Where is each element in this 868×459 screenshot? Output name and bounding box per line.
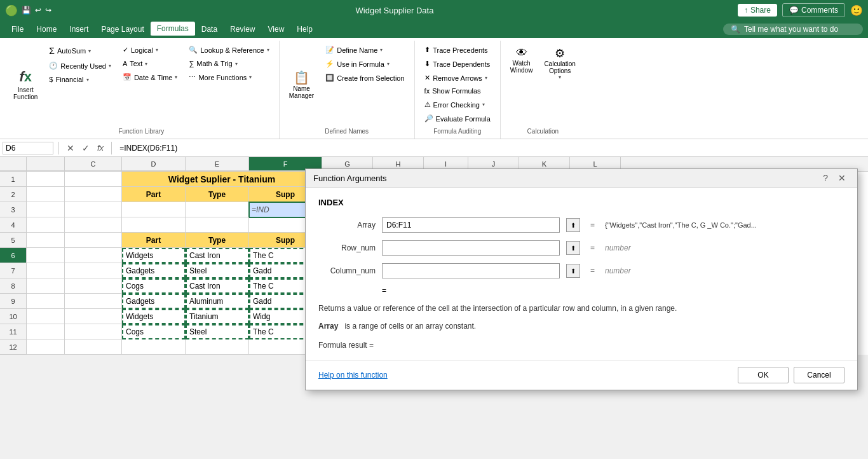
watch-window-button[interactable]: 👁 Watch Window [506, 43, 538, 83]
col-header-c[interactable]: C [65, 157, 122, 171]
financial-button[interactable]: $ Financial ▾ [44, 73, 116, 86]
more-functions-button[interactable]: ⋯ More Functions ▾ [184, 71, 273, 84]
cell-e7[interactable]: Steel [186, 263, 249, 278]
cell-b3[interactable] [27, 202, 65, 217]
rownum-collapse-button[interactable]: ⬆ [566, 241, 580, 255]
cell-b2[interactable] [27, 187, 65, 202]
share-button[interactable]: ↑ Share [738, 4, 777, 17]
quick-access-redo[interactable]: ↪ [45, 6, 51, 15]
search-bar[interactable]: 🔍 Tell me what you want to do [723, 24, 863, 35]
cell-b8[interactable] [27, 278, 65, 294]
cell-c12[interactable] [65, 339, 122, 355]
cell-reference-box[interactable] [3, 142, 53, 154]
logical-button[interactable]: ✓ Logical ▾ [118, 43, 182, 57]
colnum-collapse-button[interactable]: ⬆ [566, 264, 580, 278]
cell-b5[interactable] [27, 233, 65, 248]
menu-pagelayout[interactable]: Page Layout [95, 22, 150, 36]
cell-c10[interactable] [65, 309, 122, 324]
insert-function-button[interactable]: fx Insert Function [9, 43, 42, 125]
menu-insert[interactable]: Insert [63, 22, 95, 36]
array-collapse-button[interactable]: ⬆ [566, 218, 580, 232]
cell-d7[interactable]: Gadgets [122, 263, 186, 278]
cell-e6[interactable]: Cast Iron [186, 248, 249, 263]
menu-help[interactable]: Help [290, 22, 319, 36]
cell-b9[interactable] [27, 294, 65, 309]
cell-d4[interactable] [122, 217, 186, 233]
colnum-input[interactable] [382, 263, 560, 278]
cell-c6[interactable] [65, 248, 122, 263]
create-from-selection-button[interactable]: 🔲 Create from Selection [321, 71, 409, 85]
cell-d10[interactable]: Widgets [122, 309, 186, 324]
row-header-7[interactable]: 7 [0, 263, 27, 278]
function-arguments-dialog[interactable]: Function Arguments ? ✕ INDEX Array ⬆ = {… [305, 168, 858, 390]
menu-formulas[interactable]: Formulas [151, 22, 195, 37]
date-time-button[interactable]: 📅 Date & Time ▾ [118, 71, 182, 84]
cell-e4[interactable] [186, 217, 249, 233]
lookup-ref-button[interactable]: 🔍 Lookup & Reference ▾ [184, 43, 273, 57]
cell-d2[interactable]: Part [122, 187, 186, 202]
autosum-button[interactable]: Σ AutoSum ▾ [44, 43, 116, 58]
cell-c4[interactable] [65, 217, 122, 233]
row-header-4[interactable]: 4 [0, 217, 27, 233]
cell-d9[interactable]: Gadgets [122, 294, 186, 309]
array-input[interactable] [382, 217, 560, 233]
cell-b6[interactable] [27, 248, 65, 263]
cell-b12[interactable] [27, 339, 65, 355]
cell-d11[interactable]: Cogs [122, 324, 186, 339]
text-button[interactable]: A Text ▾ [118, 57, 182, 70]
help-link[interactable]: Help on this function [318, 371, 388, 380]
cell-c7[interactable] [65, 263, 122, 278]
cell-c5[interactable] [65, 233, 122, 248]
emoji-button[interactable]: 🙂 [850, 4, 863, 17]
error-checking-button[interactable]: ⚠ Error Checking ▾ [420, 98, 495, 111]
cell-e9[interactable]: Aluminum [186, 294, 249, 309]
cell-e2[interactable]: Type [186, 187, 249, 202]
name-manager-button[interactable]: 📋 Name Manager [285, 43, 318, 125]
menu-file[interactable]: File [5, 22, 30, 36]
trace-precedents-button[interactable]: ⬆ Trace Precedents [420, 43, 494, 57]
row-header-5[interactable]: 5 [0, 233, 27, 248]
cell-d3[interactable] [122, 202, 186, 217]
recently-used-dropdown[interactable]: ▾ [109, 63, 111, 69]
cancel-button[interactable]: Cancel [794, 367, 844, 383]
menu-view[interactable]: View [262, 22, 291, 36]
show-formulas-button[interactable]: fx Show Formulas [420, 85, 495, 97]
row-header-8[interactable]: 8 [0, 278, 27, 294]
cell-d8[interactable]: Cogs [122, 278, 186, 294]
menu-review[interactable]: Review [224, 22, 261, 36]
quick-access-undo[interactable]: ↩ [35, 6, 41, 15]
cell-e8[interactable]: Cast Iron [186, 278, 249, 294]
dialog-help-button[interactable]: ? [819, 173, 832, 183]
confirm-formula-icon[interactable]: ✓ [79, 142, 92, 154]
cell-c9[interactable] [65, 294, 122, 309]
cell-d1[interactable]: Widget Suplier - Titanium [122, 172, 322, 187]
comments-button[interactable]: 💬 Comments [782, 3, 845, 17]
cell-e3[interactable] [186, 202, 249, 217]
row-header-2[interactable]: 2 [0, 187, 27, 202]
financial-dropdown[interactable]: ▾ [86, 77, 89, 83]
cell-c2[interactable] [65, 187, 122, 202]
cell-d6[interactable]: Widgets [122, 248, 186, 263]
col-header-b[interactable] [27, 157, 65, 171]
row-header-3[interactable]: 3 [0, 202, 27, 217]
row-header-10[interactable]: 10 [0, 309, 27, 324]
formula-input[interactable]: =INDEX(D6:F11) [117, 142, 865, 154]
cell-c11[interactable] [65, 324, 122, 339]
menu-data[interactable]: Data [195, 22, 224, 36]
cell-d5[interactable]: Part [122, 233, 186, 248]
cell-c1[interactable] [65, 172, 122, 187]
cancel-formula-icon[interactable]: ✕ [64, 142, 77, 154]
cell-e5[interactable]: Type [186, 233, 249, 248]
define-name-button[interactable]: 📝 Define Name ▾ [321, 43, 409, 57]
cell-d12[interactable] [122, 339, 186, 355]
cell-b10[interactable] [27, 309, 65, 324]
row-header-1[interactable]: 1 [0, 172, 27, 187]
evaluate-formula-button[interactable]: 🔎 Evaluate Formula [420, 112, 495, 125]
row-header-11[interactable]: 11 [0, 324, 27, 339]
cell-c3[interactable] [65, 202, 122, 217]
cell-b7[interactable] [27, 263, 65, 278]
row-header-6[interactable]: 6 [0, 248, 27, 263]
trace-dependents-button[interactable]: ⬇ Trace Dependents [420, 57, 494, 71]
cell-b4[interactable] [27, 217, 65, 233]
math-trig-button[interactable]: ∑ Math & Trig ▾ [184, 57, 273, 70]
